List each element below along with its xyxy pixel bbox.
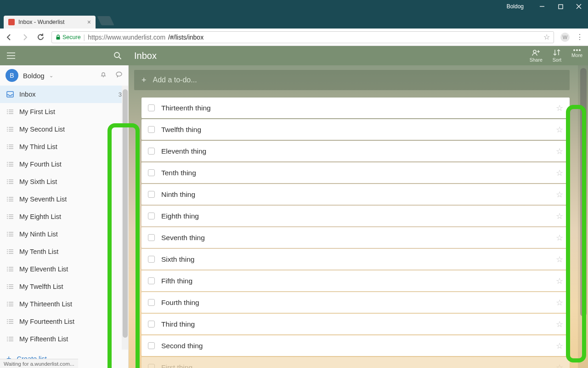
- list-label: My Thirteenth List: [19, 300, 72, 308]
- tab-close-icon[interactable]: ×: [87, 18, 91, 26]
- svg-point-10: [533, 50, 536, 53]
- back-button[interactable]: [5, 33, 14, 42]
- chat-icon[interactable]: [115, 71, 123, 80]
- task-checkbox[interactable]: [148, 148, 155, 155]
- sidebar-scrollbar[interactable]: [122, 86, 128, 350]
- star-icon[interactable]: ☆: [556, 103, 563, 113]
- list-label: Inbox: [19, 91, 35, 98]
- list-label: My Eighth List: [19, 213, 61, 220]
- task-label: Second thing: [161, 342, 549, 350]
- more-button[interactable]: More: [571, 49, 582, 63]
- task-checkbox[interactable]: [148, 191, 155, 198]
- list-label: My First List: [19, 108, 55, 115]
- svg-point-17: [579, 49, 580, 51]
- user-menu[interactable]: B Boldog ⌄: [0, 65, 128, 86]
- sidebar-item[interactable]: My Fourth List: [0, 155, 128, 173]
- task-checkbox[interactable]: [148, 256, 155, 263]
- sidebar-item[interactable]: My Fourteenth List: [0, 313, 128, 330]
- sidebar-item[interactable]: My First List: [0, 103, 128, 121]
- task-row[interactable]: First thing☆: [141, 357, 570, 368]
- svg-point-16: [576, 49, 577, 51]
- svg-rect-20: [7, 92, 13, 97]
- task-checkbox[interactable]: [148, 213, 155, 219]
- task-checkbox[interactable]: [148, 321, 155, 328]
- maximize-button[interactable]: [551, 0, 570, 13]
- os-titlebar: Boldog: [0, 0, 588, 13]
- task-checkbox[interactable]: [148, 299, 155, 306]
- minimize-button[interactable]: [533, 0, 551, 13]
- star-icon[interactable]: ☆: [556, 211, 563, 221]
- sidebar-item[interactable]: My Seventh List: [0, 190, 128, 208]
- star-icon[interactable]: ☆: [556, 168, 563, 178]
- star-icon[interactable]: ☆: [556, 298, 563, 308]
- star-icon[interactable]: ☆: [556, 276, 563, 286]
- task-row[interactable]: Eighth thing☆: [141, 206, 570, 226]
- task-row[interactable]: Ninth thing☆: [141, 184, 570, 205]
- bookmark-star-icon[interactable]: ☆: [543, 33, 550, 41]
- search-icon[interactable]: [107, 52, 129, 60]
- task-checkbox[interactable]: [148, 126, 155, 133]
- share-button[interactable]: Share: [530, 49, 543, 63]
- list-icon: [6, 301, 14, 307]
- add-todo-input[interactable]: [153, 76, 562, 84]
- task-row[interactable]: Seventh thing☆: [141, 227, 570, 248]
- sidebar-item[interactable]: My Thirteenth List: [0, 295, 128, 313]
- star-icon[interactable]: ☆: [556, 125, 563, 135]
- status-text: Waiting for a.wunderlist.com...: [4, 361, 74, 367]
- task-row[interactable]: Tenth thing☆: [141, 162, 570, 183]
- browser-tab[interactable]: Inbox - Wunderlist ×: [4, 16, 96, 29]
- star-icon[interactable]: ☆: [556, 254, 563, 264]
- task-row[interactable]: Sixth thing☆: [141, 249, 570, 270]
- task-row[interactable]: Fourth thing☆: [141, 292, 570, 313]
- sidebar-item-inbox[interactable]: Inbox 3: [0, 86, 128, 103]
- secure-label: Secure: [62, 34, 81, 40]
- add-todo-bar[interactable]: +: [134, 70, 570, 90]
- content-scrollbar[interactable]: [578, 65, 588, 368]
- task-row[interactable]: Eleventh thing☆: [141, 141, 570, 161]
- list-label: My Tenth List: [19, 248, 58, 255]
- sidebar-item[interactable]: My Fifteenth List: [0, 330, 128, 348]
- star-icon[interactable]: ☆: [556, 146, 563, 156]
- star-icon[interactable]: ☆: [556, 341, 563, 351]
- content-scroll-thumb[interactable]: [580, 68, 587, 316]
- sidebar-item[interactable]: My Ninth List: [0, 225, 128, 243]
- browser-menu-icon[interactable]: ⋮: [576, 33, 583, 41]
- sidebar-scroll-thumb[interactable]: [123, 89, 128, 338]
- sort-button[interactable]: Sort: [553, 49, 561, 63]
- task-row[interactable]: Second thing☆: [141, 335, 570, 356]
- list-label: My Fifteenth List: [19, 335, 68, 343]
- bell-icon[interactable]: [100, 71, 107, 80]
- hamburger-menu-icon[interactable]: [0, 52, 22, 59]
- star-icon[interactable]: ☆: [556, 190, 563, 200]
- task-checkbox[interactable]: [148, 342, 155, 349]
- address-bar[interactable]: Secure | https://www.wunderlist.com/#/li…: [51, 31, 554, 43]
- task-row[interactable]: Fifth thing☆: [141, 270, 570, 291]
- star-icon[interactable]: ☆: [556, 362, 563, 368]
- task-checkbox[interactable]: [148, 277, 155, 284]
- new-tab-button[interactable]: [97, 16, 114, 25]
- task-row[interactable]: Third thing☆: [141, 314, 570, 334]
- svg-rect-1: [559, 5, 563, 9]
- sidebar-item[interactable]: My Third List: [0, 138, 128, 155]
- sidebar-item[interactable]: My Sixth List: [0, 173, 128, 190]
- inbox-icon: [6, 91, 14, 98]
- sidebar-item[interactable]: My Twelfth List: [0, 278, 128, 295]
- profile-avatar-icon[interactable]: W: [560, 33, 570, 42]
- star-icon[interactable]: ☆: [556, 319, 563, 329]
- reload-button[interactable]: [36, 33, 45, 42]
- task-checkbox[interactable]: [148, 169, 155, 176]
- close-button[interactable]: [570, 0, 588, 13]
- task-row[interactable]: Twelfth thing☆: [141, 119, 570, 140]
- star-icon[interactable]: ☆: [556, 233, 563, 243]
- sidebar-item[interactable]: My Eighth List: [0, 208, 128, 225]
- forward-button[interactable]: [20, 33, 29, 42]
- sidebar-item[interactable]: My Eleventh List: [0, 260, 128, 278]
- task-row[interactable]: Thirteenth thing☆: [141, 98, 570, 118]
- sidebar-item[interactable]: My Tenth List: [0, 243, 128, 260]
- task-checkbox[interactable]: [148, 364, 155, 368]
- task-checkbox[interactable]: [148, 104, 155, 111]
- task-checkbox[interactable]: [148, 234, 155, 241]
- list-label: My Ninth List: [19, 230, 58, 238]
- sidebar-item[interactable]: My Second List: [0, 121, 128, 138]
- list-icon: [6, 161, 14, 167]
